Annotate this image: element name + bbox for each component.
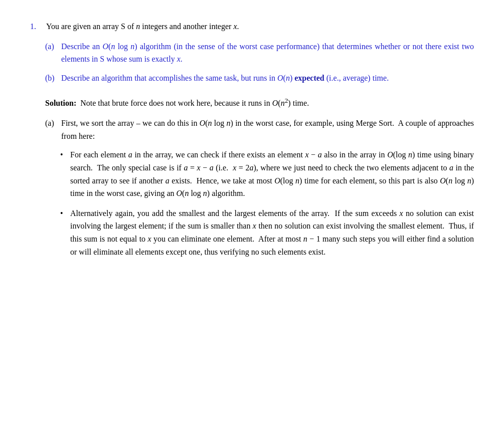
var-x: x: [233, 22, 237, 31]
problem-1: 1. You are given an array S of n integer…: [30, 20, 474, 258]
problem-part-a: (a) Describe an O(n log n) algorithm (in…: [45, 40, 474, 68]
problem-intro-row: 1. You are given an array S of n integer…: [30, 20, 474, 35]
solution-part-a-label: (a): [45, 117, 56, 144]
bullet-2-text: Alternatively again, you add the smalles…: [70, 209, 474, 256]
bullet-item-2: Alternatively again, you add the smalles…: [70, 207, 474, 258]
bullet-item-1: For each element a in the array, we can …: [70, 148, 474, 199]
part-b-text: Describe an algorithm that accomplishes …: [61, 72, 474, 85]
bullet-1-text: For each element a in the array, we can …: [70, 150, 474, 197]
solution-part-a-header: (a) First, we sort the array – we can do…: [45, 117, 474, 144]
solution-bullet-list: For each element a in the array, we can …: [45, 148, 474, 258]
part-b-label: (b): [45, 72, 56, 87]
expected-bold: expected: [294, 74, 324, 82]
part-a-label: (a): [45, 40, 56, 68]
solution-intro: Solution: Note that brute force does not…: [45, 95, 474, 110]
solution-part-a-intro: First, we sort the array – we can do thi…: [61, 117, 474, 142]
problem-sub-parts: (a) Describe an O(n log n) algorithm (in…: [30, 40, 474, 87]
solution-label: Solution:: [45, 99, 76, 108]
problem-part-b: (b) Describe an algorithm that accomplis…: [45, 72, 474, 87]
var-n: n: [136, 22, 140, 31]
problem-intro-text: You are given an array S of n integers a…: [46, 20, 474, 33]
solution-part-a-block: (a) First, we sort the array – we can do…: [30, 117, 474, 258]
part-a-text: Describe an O(n log n) algorithm (in the…: [61, 40, 474, 66]
problem-number: 1.: [30, 20, 40, 35]
solution-block: Solution: Note that brute force does not…: [30, 95, 474, 110]
